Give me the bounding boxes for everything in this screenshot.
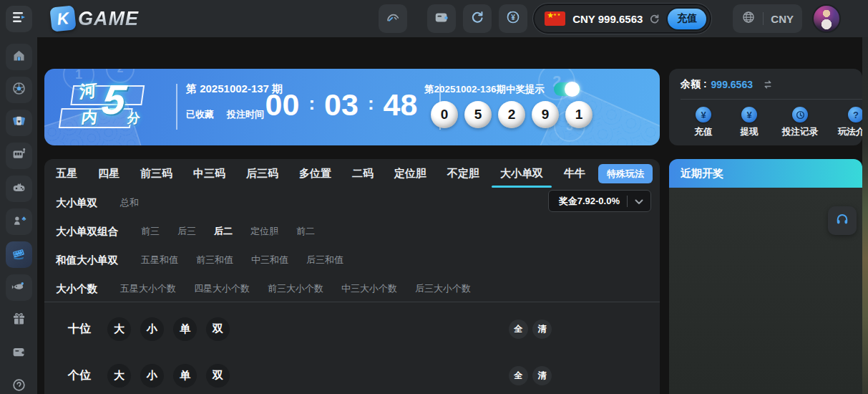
menu-item-housan[interactable]: 后三 (177, 225, 196, 238)
sidebar-item-slots[interactable] (6, 143, 32, 169)
balance-label: 余额 : (681, 78, 707, 91)
refresh-button[interactable] (463, 4, 492, 33)
bet-option-odd[interactable]: 单 (173, 364, 197, 388)
countdown-hours: 00 (265, 87, 300, 122)
menu-item-houer[interactable]: 后二 (214, 225, 233, 238)
menu-item-qiansan[interactable]: 前三 (141, 225, 160, 238)
sidebar-item-home[interactable] (6, 44, 32, 70)
menu-item-qiansanhezhi[interactable]: 前三和值 (196, 254, 233, 266)
menu-item-wuxinggeshu[interactable]: 五星大小个数 (120, 282, 176, 295)
customer-support-button[interactable] (828, 206, 857, 235)
tab-qiansanma[interactable]: 前三码 (140, 159, 172, 188)
bet-option-small[interactable]: 小 (140, 364, 164, 388)
speed-gauge-button[interactable] (379, 4, 407, 33)
menu-item-zhongsanhezhi[interactable]: 中三和值 (251, 254, 288, 266)
balance-refresh-icon[interactable] (648, 13, 660, 25)
winning-ball: 0 (431, 101, 458, 128)
sidebar-item-games[interactable] (6, 176, 32, 202)
bet-option-small[interactable]: 小 (140, 317, 164, 341)
clear-button[interactable]: 清 (532, 366, 552, 385)
shortcut-withdraw[interactable]: ¥ 提现 (726, 107, 772, 138)
language-currency-selector[interactable]: CNY (733, 4, 802, 33)
tab-daxiaodanshuang[interactable]: 大小单双 (500, 159, 543, 188)
bet-option-odd[interactable]: 单 (173, 317, 197, 341)
tab-erma[interactable]: 二码 (352, 159, 374, 188)
sidebar-item-wallet[interactable] (6, 340, 32, 367)
menu-item-zhongsangeshu[interactable]: 中三大小个数 (341, 282, 397, 295)
recharge-button[interactable]: 充值 (668, 9, 706, 29)
balance-value: 999.6563 (711, 79, 753, 90)
gamepad-icon (11, 180, 26, 198)
sidebar-item-help[interactable] (6, 373, 32, 394)
tab-budingdan[interactable]: 不定胆 (447, 159, 479, 188)
wallet-panel: 余额 : 999.6563 ¥ 充值 ¥ 提现 投注记录 ? 玩法介绍 (669, 69, 862, 145)
winning-numbers: 0 5 2 9 1 (431, 101, 593, 128)
sidebar-item-promotions[interactable] (6, 307, 32, 334)
menu-item-housanhezhi[interactable]: 后三和值 (306, 254, 343, 266)
menu-item-zonghe[interactable]: 总和 (120, 196, 139, 209)
shortcut-bet-records[interactable]: 投注记录 (772, 107, 828, 138)
winning-tip-toggle[interactable] (554, 82, 580, 96)
winning-ball: 9 (532, 101, 559, 128)
user-avatar[interactable] (812, 4, 841, 33)
shortcut-how-to-play[interactable]: ? 玩法介绍 (828, 107, 862, 138)
bet-option-even[interactable]: 双 (206, 317, 230, 341)
bet-option-big[interactable]: 大 (107, 364, 131, 388)
cards-icon: ♥ (11, 114, 26, 132)
sidebar-item-sports[interactable] (6, 77, 32, 103)
bet-option-even[interactable]: 双 (206, 364, 230, 388)
sidebar-item-live-casino[interactable]: ♥ (6, 110, 32, 136)
tab-housanma[interactable]: 后三码 (246, 159, 278, 188)
tab-niuniu[interactable]: 牛牛 (564, 159, 585, 188)
play-menu-row-geshu: 大小个数 五星大小个数 四星大小个数 前三大小个数 中三大小个数 后三大小个数 (56, 278, 489, 299)
winning-ball: 1 (565, 101, 593, 128)
wallet-button[interactable] (427, 4, 456, 33)
currency-exchange-icon: ¥ (505, 9, 521, 28)
tab-zhongsanma[interactable]: 中三码 (193, 159, 225, 188)
menu-item-qianer[interactable]: 前二 (296, 225, 315, 238)
shortcut-deposit[interactable]: ¥ 充值 (681, 107, 726, 138)
currency-exchange-button[interactable]: ¥ (499, 4, 527, 33)
background-image-strip (862, 37, 868, 394)
sidebar-toggle-button[interactable] (6, 6, 32, 32)
winning-ball: 2 (498, 101, 525, 128)
play-tabs: 五星 四星 前三码 中三码 后三码 多位置 二码 定位胆 不定胆 大小单双 牛牛 (44, 159, 660, 188)
bet-option-big[interactable]: 大 (107, 317, 131, 341)
tab-duoweizhi[interactable]: 多位置 (299, 159, 331, 188)
play-menu-row-daxiaodanshuang: 大小单双 总和 (56, 192, 157, 213)
clock-icon (792, 107, 808, 122)
topbar-actions: ¥ ★★★ CNY 999.6563 充值 CNY (379, 4, 868, 34)
account-currency-pill: ★★★ CNY 999.6563 充值 (533, 4, 711, 34)
select-all-button[interactable]: 全 (509, 366, 528, 385)
tab-wuxing[interactable]: 五星 (56, 159, 77, 188)
question-icon: ? (848, 107, 862, 122)
sidebar-item-fishing[interactable] (6, 274, 32, 301)
sidebar-item-lottery[interactable] (6, 241, 32, 268)
hamburger-icon (12, 11, 26, 27)
chevron-down-icon (635, 195, 643, 208)
menu-item-qiansangeshu[interactable]: 前三大小个数 (268, 282, 323, 295)
fishing-icon (11, 279, 26, 297)
tab-dingweidan[interactable]: 定位胆 (394, 159, 426, 188)
sidebar-item-board-games[interactable]: ♣ (6, 208, 32, 235)
bonus-rate-dropdown[interactable]: 奖金7.92-0.0% (548, 190, 651, 212)
menu-item-housangeshu[interactable]: 后三大小个数 (415, 282, 471, 295)
gauge-icon (385, 9, 401, 28)
menu-item-wuxinghezhi[interactable]: 五星和值 (141, 254, 178, 266)
lottery-logo: 河 内 5 分 (56, 78, 157, 135)
countdown-timer: 00 : 03 : 48 (249, 87, 434, 122)
favorited-button[interactable]: 已收藏 (186, 108, 214, 121)
clear-button[interactable]: 清 (532, 319, 552, 339)
tab-sixing[interactable]: 四星 (98, 159, 120, 188)
select-all-button[interactable]: 全 (509, 319, 528, 339)
soccer-icon (11, 81, 26, 99)
yuan-icon: ¥ (696, 107, 711, 122)
menu-item-dingweidan[interactable]: 定位胆 (250, 225, 278, 238)
winning-tip-row: 第20251002-136期中奖提示 (424, 82, 580, 96)
special-play-button[interactable]: 特殊玩法 (598, 164, 653, 183)
brand-logo[interactable]: K GAME (51, 6, 139, 31)
svg-text:♣: ♣ (21, 215, 26, 222)
recent-draws-panel: 近期开奖 (669, 159, 862, 394)
transfer-icon[interactable] (761, 78, 774, 91)
menu-item-sixinggeshu[interactable]: 四星大小个数 (194, 282, 250, 295)
